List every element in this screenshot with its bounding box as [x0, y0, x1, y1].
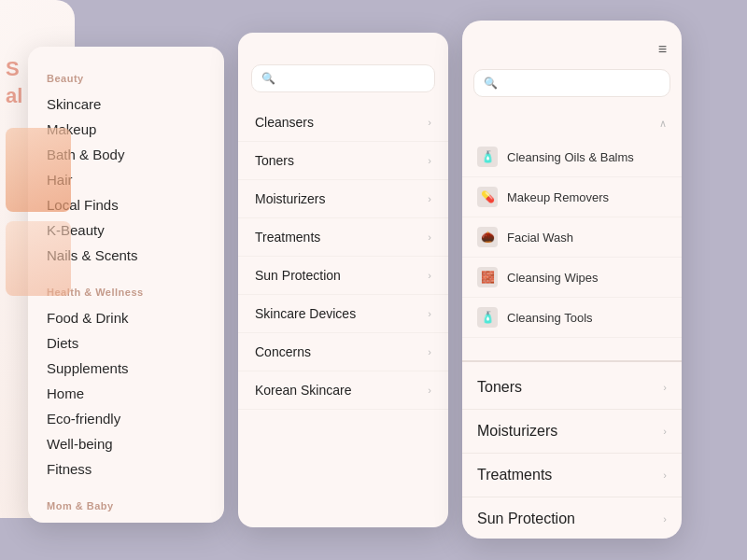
collapsed-item-2[interactable]: Treatments› — [462, 454, 682, 497]
collapsed-item-3[interactable]: Sun Protection› — [462, 497, 682, 539]
middle-search-bar[interactable]: 🔍 — [251, 64, 435, 92]
status-bar — [462, 21, 682, 28]
middle-menu-label-2: Moisturizers — [255, 191, 325, 206]
collapsed-item-chevron-0: › — [663, 382, 667, 393]
section-label-2: Mom & Baby — [47, 500, 205, 511]
middle-menu-chevron-1: › — [428, 155, 431, 166]
middle-menu-chevron-4: › — [428, 270, 431, 281]
middle-menu-label-1: Toners — [255, 153, 294, 168]
middle-menu-label-0: Cleansers — [255, 115, 314, 130]
see-all-skincare[interactable] — [238, 410, 448, 440]
middle-menu-item-3[interactable]: Treatments› — [238, 218, 448, 257]
middle-menu-item-5[interactable]: Skincare Devices› — [238, 295, 448, 333]
nav-item-1-1[interactable]: Diets — [47, 330, 205, 356]
middle-menu-label-6: Concerns — [255, 344, 311, 359]
middle-menu-chevron-2: › — [428, 193, 431, 204]
sub-item-icon-2: 🌰 — [477, 227, 498, 247]
nav-item-1-0[interactable]: Food & Drink — [47, 305, 205, 330]
cleansers-chevron[interactable]: ∧ — [659, 118, 667, 130]
sub-item-icon-4: 🧴 — [477, 307, 498, 328]
collapsed-item-chevron-2: › — [663, 469, 667, 481]
middle-menu-chevron-5: › — [428, 308, 431, 319]
right-search-input[interactable] — [503, 77, 660, 90]
nav-item-1-3[interactable]: Home — [47, 381, 205, 406]
middle-menu-chevron-6: › — [428, 346, 431, 357]
collapsed-items-list: Toners›Moisturizers›Treatments›Sun Prote… — [462, 366, 682, 539]
middle-search-input[interactable] — [281, 72, 425, 85]
middle-menu-chevron-0: › — [428, 117, 431, 128]
sub-item-4[interactable]: 🧴Cleansing Tools — [462, 298, 682, 338]
middle-menu-item-0[interactable]: Cleansers› — [238, 104, 448, 142]
middle-menu-label-4: Sun Protection — [255, 268, 341, 283]
section-group-1: Health & WellnessFood & DrinkDietsSupple… — [47, 287, 205, 482]
middle-menu-label-7: Korean Skincare — [255, 383, 352, 398]
nav-item-0-0[interactable]: Skincare — [47, 91, 205, 117]
sub-item-icon-0: 🧴 — [477, 147, 498, 167]
sub-item-1[interactable]: 💊Makeup Removers — [462, 177, 682, 217]
sub-item-3[interactable]: 🧱Cleansing Wipes — [462, 258, 682, 298]
nav-item-1-4[interactable]: Eco-friendly — [47, 406, 205, 431]
collapsed-item-label-2: Treatments — [477, 467, 552, 483]
sub-item-label-0: Cleansing Oils & Balms — [507, 150, 634, 164]
collapsed-item-chevron-1: › — [663, 426, 667, 437]
middle-menu-chevron-7: › — [428, 385, 431, 396]
middle-menu-item-6[interactable]: Concerns› — [238, 333, 448, 371]
nav-item-1-6[interactable]: Fitness — [47, 456, 205, 482]
sub-item-2[interactable]: 🌰Facial Wash — [462, 217, 682, 258]
sub-item-0[interactable]: 🧴Cleansing Oils & Balms — [462, 137, 682, 177]
middle-menu-item-2[interactable]: Moisturizers› — [238, 180, 448, 218]
nav-item-1-5[interactable]: Well-being — [47, 431, 205, 456]
section-label-0: Beauty — [47, 73, 205, 84]
search-icon-middle: 🔍 — [261, 72, 275, 85]
collapsed-item-1[interactable]: Moisturizers› — [462, 410, 682, 454]
crop-image-1 — [6, 128, 71, 212]
section-group-2: Mom & BabyBaby Care — [47, 500, 205, 523]
right-search-bar[interactable]: 🔍 — [473, 69, 670, 97]
collapsed-item-label-1: Moisturizers — [477, 423, 557, 440]
sub-item-label-4: Cleansing Tools — [507, 311, 593, 325]
see-all-cleansers[interactable] — [462, 338, 682, 362]
sub-items-list: 🧴Cleansing Oils & Balms💊Makeup Removers🌰… — [462, 137, 682, 338]
middle-menu-chevron-3: › — [428, 231, 431, 243]
middle-menu-item-1[interactable]: Toners› — [238, 142, 448, 180]
collapsed-item-label-0: Toners — [477, 379, 522, 396]
collapsed-item-label-3: Sun Protection — [477, 511, 575, 527]
nav-item-2-0[interactable]: Baby Care — [47, 519, 205, 523]
sub-item-label-1: Makeup Removers — [507, 190, 609, 204]
search-icon-right: 🔍 — [484, 77, 498, 90]
hamburger-icon[interactable]: ≡ — [658, 41, 667, 58]
nav-item-1-2[interactable]: Supplements — [47, 356, 205, 381]
collapsed-item-0[interactable]: Toners› — [462, 366, 682, 410]
sub-item-icon-3: 🧱 — [477, 267, 498, 287]
cleansers-section: ∧ 🧴Cleansing Oils & Balms💊Makeup Remover… — [462, 105, 682, 362]
sub-item-icon-1: 💊 — [477, 187, 498, 207]
right-panel: ≡ 🔍 ∧ 🧴Cleansing Oils & Balms💊Makeup Rem… — [462, 21, 682, 539]
sub-item-label-3: Cleansing Wipes — [507, 271, 599, 285]
collapsed-item-chevron-3: › — [663, 513, 667, 525]
crop-image-2 — [6, 221, 71, 296]
middle-menu-label-3: Treatments — [255, 230, 320, 245]
middle-menu-label-5: Skincare Devices — [255, 306, 356, 321]
middle-panel: 🔍 Cleansers›Toners›Moisturizers›Treatmen… — [238, 33, 448, 527]
middle-menu: Cleansers›Toners›Moisturizers›Treatments… — [238, 104, 448, 410]
sub-item-label-2: Facial Wash — [507, 231, 573, 245]
middle-menu-item-7[interactable]: Korean Skincare› — [238, 371, 448, 410]
middle-menu-item-4[interactable]: Sun Protection› — [238, 257, 448, 295]
